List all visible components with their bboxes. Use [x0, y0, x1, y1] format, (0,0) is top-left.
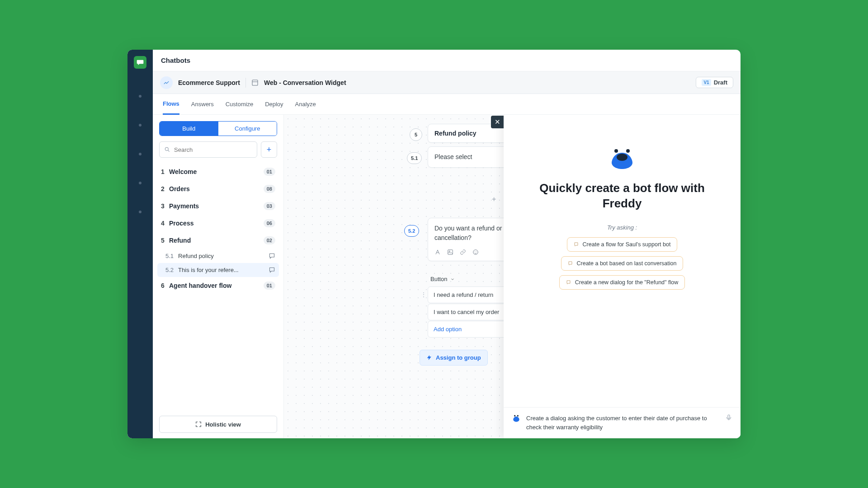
sparkle-icon	[568, 261, 573, 266]
count-badge: 08	[264, 185, 275, 193]
tab-customize[interactable]: Customize	[226, 94, 253, 114]
svg-point-11	[617, 154, 627, 161]
dialog-icon	[269, 253, 275, 259]
freddy-input-bar[interactable]: Create a dialog asking the customer to e…	[504, 407, 741, 438]
flow-item-refund[interactable]: 5 Refund 02	[157, 232, 279, 249]
svg-point-6	[473, 250, 478, 255]
close-panel-button[interactable]: ✕	[491, 116, 504, 128]
status-pill[interactable]: V1 Draft	[696, 77, 733, 88]
suggestion-item[interactable]: Create a flow for Saul's support bot	[567, 237, 678, 252]
main-area: Chatbots Ecommerce Support Web - Convers…	[153, 50, 741, 438]
tab-answers[interactable]: Answers	[191, 94, 214, 114]
page-title: Chatbots	[153, 50, 741, 71]
status-text: Draft	[714, 79, 727, 86]
search-icon	[164, 146, 170, 153]
count-badge: 03	[264, 202, 275, 210]
holistic-view-button[interactable]: Holistic view	[159, 416, 277, 433]
project-icon	[160, 76, 173, 89]
flow-item-welcome[interactable]: 1 Welcome 01	[157, 163, 279, 180]
svg-point-2	[165, 147, 168, 150]
svg-point-9	[614, 149, 618, 153]
svg-point-5	[449, 251, 450, 252]
app-window: Chatbots Ecommerce Support Web - Convers…	[127, 50, 741, 438]
flow-subitem-reference[interactable]: 5.2 This is for your refere...	[157, 263, 279, 277]
image-icon[interactable]	[447, 249, 453, 255]
svg-point-12	[514, 415, 515, 416]
count-badge: 06	[264, 219, 275, 227]
rail-nav-item[interactable]	[139, 124, 142, 127]
link-icon[interactable]	[460, 249, 466, 255]
svg-rect-0	[252, 80, 258, 85]
breadcrumb-divider	[245, 78, 246, 88]
bolt-icon	[426, 355, 432, 361]
version-badge: V1	[702, 79, 711, 86]
freddy-logo-icon	[609, 147, 635, 169]
freddy-avatar-icon	[512, 414, 521, 423]
tab-bar: Flows Answers Customize Deploy Analyze	[153, 94, 741, 115]
suggestion-item[interactable]: Create a bot based on last conversation	[561, 256, 684, 271]
rail-nav-item[interactable]	[139, 153, 142, 155]
count-badge: 02	[264, 236, 275, 244]
freddy-content: Quickly create a bot flow with Freddy Tr…	[504, 115, 741, 407]
chevron-down-icon	[450, 277, 455, 282]
flow-item-orders[interactable]: 2 Orders 08	[157, 180, 279, 197]
svg-point-10	[626, 149, 630, 153]
flow-item-payments[interactable]: 3 Payments 03	[157, 197, 279, 215]
emoji-icon[interactable]	[472, 249, 479, 255]
svg-point-7	[475, 251, 475, 252]
widget-icon	[251, 79, 259, 86]
node-badge-5-1[interactable]: 5.1	[407, 152, 422, 164]
suggestion-item[interactable]: Create a new dialog for the "Refund" flo…	[559, 275, 685, 290]
freddy-title: Quickly create a bot flow with Freddy	[526, 181, 718, 211]
count-badge: 01	[264, 168, 275, 176]
workspace: Build Configure + 1 Welcome 01	[153, 115, 741, 438]
dialog-icon	[269, 267, 275, 273]
node-badge-5-2[interactable]: 5.2	[404, 225, 419, 237]
svg-line-3	[168, 150, 170, 152]
flow-list: 1 Welcome 01 2 Orders 08 3 Payments 03	[157, 163, 279, 412]
assign-to-group-button[interactable]: Assign to group	[420, 350, 488, 366]
freddy-input-text[interactable]: Create a dialog asking the customer to e…	[526, 414, 720, 432]
svg-rect-4	[448, 250, 453, 255]
response-type-dropdown[interactable]: Button	[430, 276, 455, 282]
flow-item-process[interactable]: 4 Process 06	[157, 215, 279, 232]
search-input-wrapper[interactable]	[159, 141, 257, 158]
left-nav-rail	[127, 50, 153, 438]
suggestion-list: Create a flow for Saul's support bot Cre…	[559, 237, 685, 290]
tab-flows[interactable]: Flows	[163, 94, 179, 115]
breadcrumb: Ecommerce Support Web - Conversation Wid…	[153, 71, 741, 94]
expand-icon	[195, 421, 202, 427]
add-flow-button[interactable]: +	[261, 141, 277, 158]
svg-point-8	[476, 251, 476, 252]
rail-nav-item[interactable]	[139, 95, 142, 98]
sparkle-icon	[574, 242, 579, 247]
tab-deploy[interactable]: Deploy	[265, 94, 283, 114]
app-logo[interactable]	[134, 56, 146, 69]
search-input[interactable]	[174, 146, 252, 153]
build-configure-toggle: Build Configure	[159, 121, 277, 136]
rail-nav-item[interactable]	[139, 211, 142, 213]
flow-item-agent-handover[interactable]: 6 Agent handover flow 01	[157, 277, 279, 294]
segment-configure[interactable]: Configure	[218, 122, 277, 136]
svg-rect-14	[728, 415, 730, 418]
widget-name[interactable]: Web - Conversation Widget	[264, 79, 346, 86]
segment-build[interactable]: Build	[160, 122, 218, 136]
count-badge: 01	[264, 282, 275, 290]
mic-icon[interactable]	[725, 414, 732, 421]
text-style-icon[interactable]	[434, 249, 441, 255]
search-row: +	[159, 141, 277, 158]
flow-subitem-refund-policy[interactable]: 5.1 Refund policy	[157, 249, 279, 263]
try-asking-label: Try asking :	[607, 224, 637, 231]
rail-nav-item[interactable]	[139, 182, 142, 184]
node-badge-5[interactable]: 5	[410, 128, 422, 141]
tab-analyze[interactable]: Analyze	[295, 94, 316, 114]
add-node-button[interactable]: +	[492, 195, 496, 203]
svg-point-13	[517, 415, 519, 416]
freddy-panel: ✕ Quickly create a bot flow with Freddy …	[504, 115, 741, 438]
flows-sidebar: Build Configure + 1 Welcome 01	[153, 115, 284, 438]
sparkle-icon	[566, 280, 571, 285]
project-name[interactable]: Ecommerce Support	[178, 79, 240, 86]
